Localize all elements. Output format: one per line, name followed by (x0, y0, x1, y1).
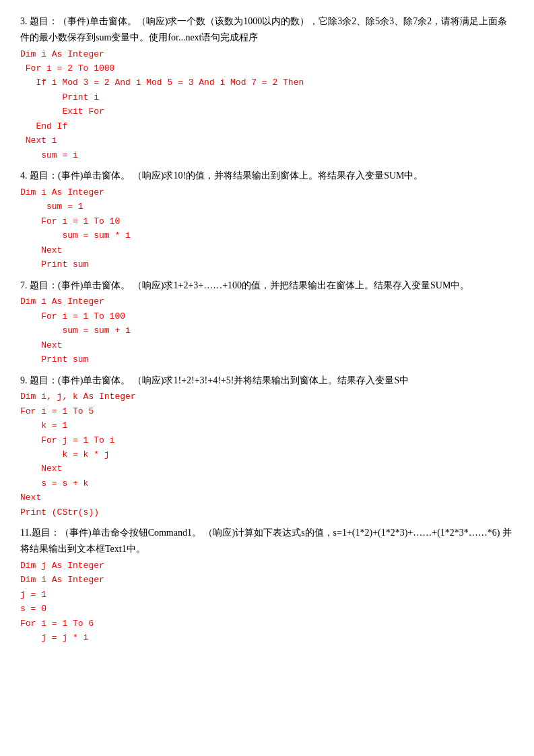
section-description-section3: 3. 题目：（事件)单击窗体。（响应)求一个数（该数为1000以内的数），它除3… (20, 13, 514, 46)
section-description-section7: 7. 题目：(事件)单击窗体。 （响应)求1+2+3+……+100的值，并把结果… (20, 278, 514, 294)
section-section4: 4. 题目：(事件)单击窗体。 （响应)求10!的值，并将结果输出到窗体上。将结… (20, 168, 514, 272)
section-code-section4: Dim i As Integer sum = 1 For i = 1 To 10… (20, 185, 514, 272)
section-code-section3: Dim i As Integer For i = 2 To 1000 If i … (20, 47, 514, 163)
section-section7: 7. 题目：(事件)单击窗体。 （响应)求1+2+3+……+100的值，并把结果… (20, 278, 514, 367)
section-code-section9: Dim i, j, k As Integer For i = 1 To 5 k … (20, 389, 514, 519)
section-section9: 9. 题目：(事件)单击窗体。 （响应)求1!+2!+3!+4!+5!并将结果输… (20, 373, 514, 520)
section-description-section4: 4. 题目：(事件)单击窗体。 （响应)求10!的值，并将结果输出到窗体上。将结… (20, 168, 514, 184)
section-description-section9: 9. 题目：(事件)单击窗体。 （响应)求1!+2!+3!+4!+5!并将结果输… (20, 373, 514, 389)
section-section11: 11.题目：（事件)单击命令按钮Command1。 （响应)计算如下表达式s的值… (20, 525, 514, 645)
section-code-section7: Dim i As Integer For i = 1 To 100 sum = … (20, 294, 514, 367)
section-code-section11: Dim j As Integer Dim i As Integer j = 1 … (20, 559, 514, 645)
section-description-section11: 11.题目：（事件)单击命令按钮Command1。 （响应)计算如下表达式s的值… (20, 525, 514, 557)
main-content: 3. 题目：（事件)单击窗体。（响应)求一个数（该数为1000以内的数），它除3… (20, 13, 514, 645)
section-section3: 3. 题目：（事件)单击窗体。（响应)求一个数（该数为1000以内的数），它除3… (20, 13, 514, 162)
